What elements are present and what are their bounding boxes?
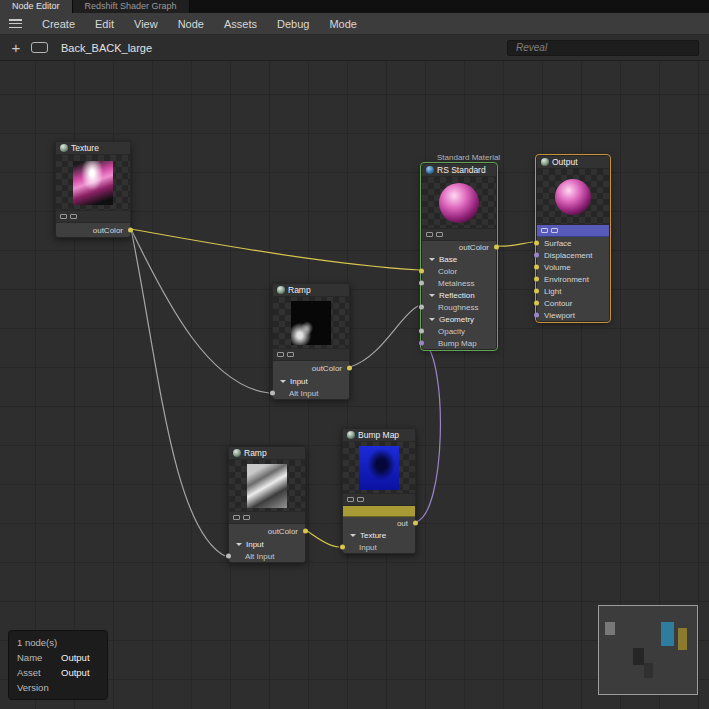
monitor-icon[interactable] [357,497,364,502]
wire-bump-to-bumpmap[interactable] [416,342,440,522]
port-alt-input[interactable] [226,554,231,559]
port-row-outcolor[interactable]: outColor [56,223,130,237]
attr-row-alt-input[interactable]: Alt Input [229,550,305,562]
port-outcolor[interactable] [494,245,499,250]
monitor-icon[interactable] [243,515,250,520]
port-row-outcolor[interactable]: outColor [422,241,496,253]
port-row-outcolor[interactable]: outColor [273,361,349,375]
swatch-icon[interactable] [426,232,433,237]
monitor-icon[interactable] [551,228,558,233]
swatch-icon[interactable] [541,228,548,233]
port-row-out[interactable]: out [343,517,415,529]
info-label-name: Name [17,652,61,663]
port-roughness[interactable] [419,305,424,310]
menu-debug[interactable]: Debug [267,15,319,33]
attr-row-light[interactable]: Light [537,285,609,297]
reveal-search-input[interactable] [507,40,699,56]
port-outcolor[interactable] [128,228,133,233]
port-surface[interactable] [534,241,539,246]
add-node-icon[interactable]: + [9,40,23,55]
tab-node-editor[interactable]: Node Editor [0,0,73,13]
menu-edit[interactable]: Edit [85,15,124,33]
swatch-icon[interactable] [277,352,284,357]
port-light[interactable] [534,289,539,294]
attr-label: Opacity [438,327,465,336]
node-thumbnail [537,169,609,225]
port-volume[interactable] [534,265,539,270]
menu-view[interactable]: View [124,15,168,33]
port-environment[interactable] [534,277,539,282]
attr-row-contour[interactable]: Contour [537,297,609,309]
port-row-outcolor[interactable]: outColor [229,524,305,538]
port-label: outColor [459,243,489,252]
attr-row-alt-input[interactable]: Alt Input [273,387,349,399]
menu-node[interactable]: Node [168,15,214,33]
wire-ramp1-to-roughness[interactable] [350,306,418,367]
wire-texture-to-ramp1-altinput[interactable] [131,229,269,393]
node-title: Bump Map [358,430,399,440]
port-bump-map[interactable] [419,341,424,346]
node-bump-map[interactable]: Bump Map out Texture Input [342,428,416,554]
menu-create[interactable]: Create [32,15,85,33]
port-opacity[interactable] [419,329,424,334]
monitor-icon[interactable] [70,214,77,219]
port-outcolor[interactable] [303,529,308,534]
attr-row-viewport[interactable]: Viewport [537,309,609,321]
attr-section-reflection[interactable]: Reflection [422,289,496,301]
node-title-bar[interactable]: Texture [56,142,130,155]
node-title-bar[interactable]: Ramp [273,284,349,297]
node-title-bar[interactable]: Bump Map [343,429,415,442]
swatch-icon[interactable] [233,515,240,520]
attr-row-roughness[interactable]: Roughness [422,301,496,313]
port-viewport[interactable] [534,313,539,318]
attr-row-input[interactable]: Input [343,541,415,553]
port-contour[interactable] [534,301,539,306]
attr-row-bump-map[interactable]: Bump Map [422,337,496,349]
node-ramp-1[interactable]: Ramp outColor Input Alt Input [272,283,350,400]
node-title-bar[interactable]: Output [537,156,609,169]
attr-section-geometry[interactable]: Geometry [422,313,496,325]
attr-row-volume[interactable]: Volume [537,261,609,273]
node-title-bar[interactable]: Ramp [229,447,305,460]
material-over-label: Standard Material [437,153,500,162]
node-title-bar[interactable]: RS Standard [422,164,496,177]
attr-row-environment[interactable]: Environment [537,273,609,285]
wire-texture-to-ramp2-altinput[interactable] [131,229,225,556]
node-graph-canvas[interactable]: Texture outColor Ramp outColor [0,61,709,709]
navigator-minimap[interactable] [598,605,698,695]
attr-section-input[interactable]: Input [273,375,349,387]
port-metalness[interactable] [419,281,424,286]
attr-row-displacement[interactable]: Displacement [537,249,609,261]
menu-assets[interactable]: Assets [214,15,267,33]
attr-row-metalness[interactable]: Metalness [422,277,496,289]
wire-ramp2-to-bump-input[interactable] [306,530,339,547]
monitor-icon[interactable] [287,352,294,357]
port-alt-input[interactable] [270,391,275,396]
tab-redshift-shader-graph[interactable]: Redshift Shader Graph [73,0,190,13]
node-texture[interactable]: Texture outColor [55,141,131,238]
create-tab-shape-icon[interactable] [31,42,48,53]
port-out[interactable] [413,521,418,526]
wire-texture-to-color[interactable] [131,229,420,270]
menu-mode[interactable]: Mode [319,15,367,33]
wire-rsstandard-to-surface[interactable] [497,242,533,246]
attr-row-opacity[interactable]: Opacity [422,325,496,337]
node-title: Texture [71,143,99,153]
attr-row-color[interactable]: Color [422,265,496,277]
port-displacement[interactable] [534,253,539,258]
hamburger-menu-icon[interactable] [9,19,22,28]
attr-section-input[interactable]: Input [229,538,305,550]
port-outcolor[interactable] [347,366,352,371]
node-output[interactable]: Output Surface Displacement Volume Envir… [536,155,610,322]
attr-section-base[interactable]: Base [422,253,496,265]
node-ramp-2[interactable]: Ramp outColor Input Alt Input [228,446,306,563]
monitor-icon[interactable] [436,232,443,237]
node-rs-standard[interactable]: RS Standard outColor Base Color Metalnes… [421,163,497,350]
attr-row-surface[interactable]: Surface [537,237,609,249]
swatch-icon[interactable] [60,214,67,219]
port-color[interactable] [419,269,424,274]
node-icon-strip [422,229,496,241]
attr-section-texture[interactable]: Texture [343,529,415,541]
swatch-icon[interactable] [347,497,354,502]
port-input[interactable] [340,545,345,550]
